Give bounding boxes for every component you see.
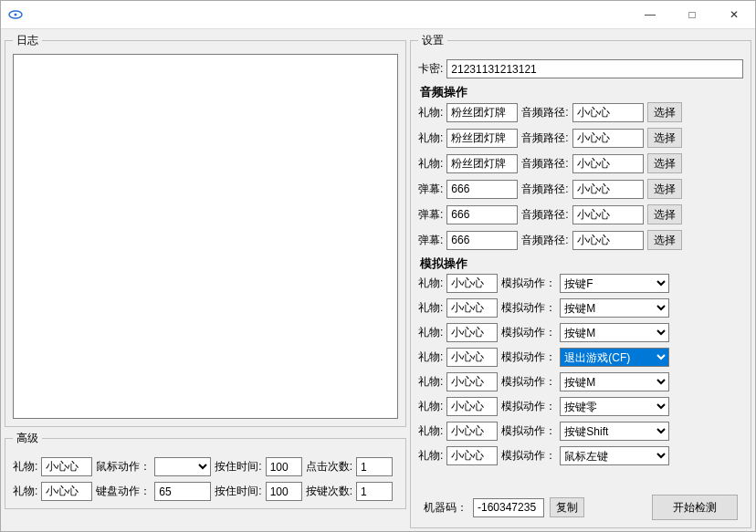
- select-button[interactable]: 选择: [647, 204, 682, 224]
- hold-time-label: 按住时间:: [215, 459, 261, 475]
- start-button[interactable]: 开始检测: [652, 495, 738, 520]
- sim-action-select[interactable]: 按键M: [560, 298, 669, 318]
- sim-action-label: 模拟动作：: [501, 399, 556, 414]
- audio-path-input[interactable]: [572, 154, 644, 173]
- sim-gift-input[interactable]: [446, 372, 498, 391]
- audio-path-label: 音频路径:: [521, 105, 568, 120]
- gift-label: 礼物:: [418, 130, 443, 146]
- hold-time-input[interactable]: [266, 482, 302, 501]
- gift-name-input[interactable]: [446, 129, 518, 148]
- close-button[interactable]: ✕: [713, 1, 755, 28]
- danmu-name-input[interactable]: [446, 180, 518, 199]
- gift-label: 礼物:: [418, 448, 443, 464]
- machine-input[interactable]: [473, 498, 544, 517]
- gift-label: 礼物:: [418, 399, 443, 414]
- sim-action-select[interactable]: 按键Shift: [560, 422, 669, 441]
- danmu-label: 弹幕:: [418, 233, 443, 248]
- settings-legend: 设置: [418, 33, 447, 48]
- audio-path-input[interactable]: [572, 231, 644, 250]
- gift-name-input[interactable]: [446, 103, 518, 122]
- log-textarea[interactable]: [13, 54, 398, 419]
- copy-button[interactable]: 复制: [550, 497, 584, 517]
- sim-action-select[interactable]: 退出游戏(CF): [560, 348, 669, 367]
- audio-section-title: 音频操作: [420, 84, 743, 100]
- sim-gift-input[interactable]: [446, 298, 498, 318]
- svg-point-1: [15, 14, 17, 16]
- gift-input[interactable]: [41, 482, 92, 501]
- sim-action-label: 模拟动作：: [501, 300, 556, 316]
- gift-label: 礼物:: [13, 459, 37, 475]
- press-count-input[interactable]: [356, 482, 393, 501]
- danmu-label: 弹幕:: [418, 182, 443, 197]
- gift-label: 礼物:: [418, 374, 443, 390]
- sim-gift-input[interactable]: [446, 397, 498, 416]
- log-fieldset: 日志: [5, 33, 406, 427]
- select-button[interactable]: 选择: [647, 153, 682, 173]
- select-button[interactable]: 选择: [647, 128, 682, 148]
- mouse-action-select[interactable]: [154, 457, 211, 476]
- sim-action-label: 模拟动作：: [501, 349, 556, 365]
- log-legend: 日志: [13, 33, 42, 48]
- audio-path-label: 音频路径:: [521, 156, 568, 172]
- gift-label: 礼物:: [418, 423, 443, 439]
- select-button[interactable]: 选择: [647, 179, 682, 199]
- gift-label: 礼物:: [418, 325, 443, 340]
- sim-action-select[interactable]: 按键M: [560, 372, 669, 391]
- sim-gift-input[interactable]: [446, 323, 498, 342]
- hold-time-label: 按住时间:: [215, 484, 261, 499]
- titlebar: — □ ✕: [1, 1, 755, 29]
- advanced-fieldset: 高级 礼物: 鼠标动作： 按住时间: 点击次数: 礼物: 键盘动作： 按住: [5, 431, 406, 509]
- maximize-button[interactable]: □: [671, 1, 713, 28]
- audio-path-input[interactable]: [572, 103, 644, 122]
- audio-path-label: 音频路径:: [521, 233, 568, 248]
- audio-path-label: 音频路径:: [521, 130, 568, 146]
- settings-fieldset: 设置 卡密: 音频操作 礼物:音频路径:选择礼物:音频路径:选择礼物:音频路径:…: [410, 33, 751, 528]
- click-count-label: 点击次数:: [306, 459, 352, 475]
- sim-action-label: 模拟动作：: [501, 276, 556, 291]
- audio-path-input[interactable]: [572, 129, 644, 148]
- sim-action-select[interactable]: 按键M: [560, 323, 669, 342]
- gift-name-input[interactable]: [446, 154, 518, 173]
- select-button[interactable]: 选择: [647, 230, 682, 250]
- gift-label: 礼物:: [13, 484, 37, 499]
- audio-path-label: 音频路径:: [521, 182, 568, 197]
- audio-path-input[interactable]: [572, 180, 644, 199]
- gift-label: 礼物:: [418, 276, 443, 291]
- keyboard-action-label: 键盘动作：: [96, 484, 151, 499]
- audio-path-label: 音频路径:: [521, 207, 568, 223]
- sim-action-label: 模拟动作：: [501, 374, 556, 390]
- sim-action-select[interactable]: 鼠标左键: [560, 446, 669, 465]
- card-input[interactable]: [446, 59, 743, 78]
- sim-gift-input[interactable]: [446, 348, 498, 367]
- sim-action-label: 模拟动作：: [501, 423, 556, 439]
- select-button[interactable]: 选择: [647, 102, 682, 122]
- sim-action-select[interactable]: 按键F: [560, 274, 669, 293]
- mouse-action-label: 鼠标动作：: [96, 459, 151, 475]
- audio-path-input[interactable]: [572, 205, 644, 224]
- sim-section-title: 模拟操作: [420, 256, 743, 272]
- gift-input[interactable]: [41, 457, 92, 476]
- card-label: 卡密:: [418, 61, 443, 77]
- machine-label: 机器码：: [424, 500, 467, 516]
- danmu-name-input[interactable]: [446, 231, 518, 250]
- minimize-button[interactable]: —: [629, 1, 671, 28]
- hold-time-input[interactable]: [266, 457, 302, 476]
- danmu-name-input[interactable]: [446, 205, 518, 224]
- danmu-label: 弹幕:: [418, 207, 443, 223]
- gift-label: 礼物:: [418, 105, 443, 120]
- press-count-label: 按键次数:: [306, 484, 352, 499]
- sim-gift-input[interactable]: [446, 274, 498, 293]
- sim-action-label: 模拟动作：: [501, 448, 556, 464]
- gift-label: 礼物:: [418, 349, 443, 365]
- gift-label: 礼物:: [418, 300, 443, 316]
- advanced-legend: 高级: [13, 431, 42, 446]
- app-window: — □ ✕ 日志 高级 礼物: 鼠标动作： 按住时间: 点击次数:: [0, 0, 756, 532]
- sim-action-select[interactable]: 按键零: [560, 397, 669, 416]
- keyboard-action-input[interactable]: [154, 482, 211, 501]
- gift-label: 礼物:: [418, 156, 443, 172]
- sim-gift-input[interactable]: [446, 422, 498, 441]
- app-icon: [8, 7, 23, 22]
- click-count-input[interactable]: [356, 457, 393, 476]
- sim-action-label: 模拟动作：: [501, 325, 556, 340]
- sim-gift-input[interactable]: [446, 446, 498, 465]
